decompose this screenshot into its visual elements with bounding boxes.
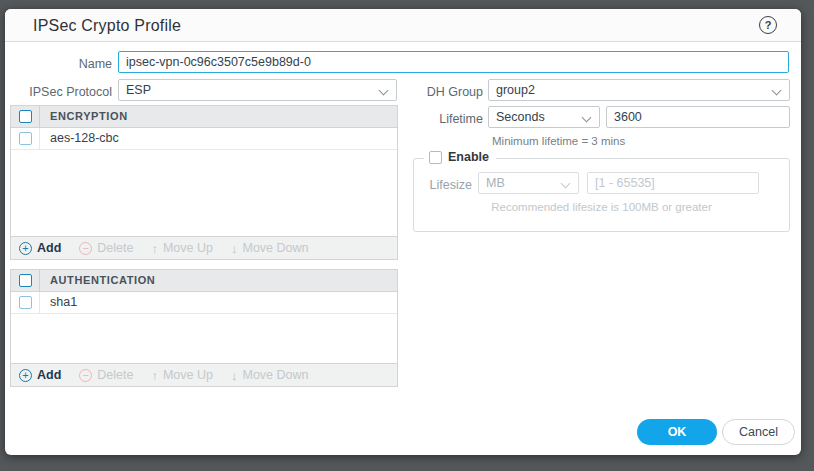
move-up-icon: ↑ xyxy=(151,368,158,383)
move-down-button-label: Move Down xyxy=(242,368,308,382)
add-button-label: Add xyxy=(37,368,61,382)
authentication-table-header: AUTHENTICATION xyxy=(11,270,397,292)
dh-group-label: DH Group xyxy=(375,81,483,103)
lifetime-hint: Minimum lifetime = 3 mins xyxy=(492,135,625,147)
move-up-button: ↑ Move Up xyxy=(151,368,213,383)
dialog-title: IPSec Crypto Profile xyxy=(33,9,181,42)
help-icon[interactable]: ? xyxy=(759,16,777,34)
lifesize-unit-select: MB xyxy=(478,172,579,194)
move-up-icon: ↑ xyxy=(151,241,158,256)
authentication-table: AUTHENTICATION sha1 + Add − Delete xyxy=(10,269,398,387)
encryption-row-label: aes-128-cbc xyxy=(40,128,119,149)
ipsec-protocol-value: ESP xyxy=(126,83,151,97)
encryption-table-empty-area xyxy=(11,150,397,236)
add-button[interactable]: + Add xyxy=(19,368,61,382)
chevron-down-icon xyxy=(582,113,592,123)
enable-legend: Enable xyxy=(424,150,496,164)
ipsec-protocol-label: IPSec Protocol xyxy=(5,81,112,103)
move-down-icon: ↓ xyxy=(231,241,238,256)
lifesize-hint: Recommended lifesize is 100MB or greater xyxy=(413,201,790,213)
row-checkbox[interactable] xyxy=(19,296,32,309)
move-down-button: ↓ Move Down xyxy=(231,241,309,256)
row-checkbox-cell xyxy=(11,128,40,149)
add-icon: + xyxy=(19,369,32,382)
dh-group-select[interactable]: group2 xyxy=(488,79,790,101)
chevron-down-icon xyxy=(561,179,571,189)
lifetime-unit-value: Seconds xyxy=(496,110,545,124)
table-row[interactable]: aes-128-cbc xyxy=(11,128,397,150)
move-down-icon: ↓ xyxy=(231,368,238,383)
ipsec-protocol-select[interactable]: ESP xyxy=(118,79,397,101)
authentication-row-label: sha1 xyxy=(40,292,77,313)
delete-button: − Delete xyxy=(79,241,133,255)
move-up-button-label: Move Up xyxy=(163,368,213,382)
name-input[interactable] xyxy=(118,51,789,73)
encryption-select-all-checkbox[interactable] xyxy=(19,110,32,123)
add-button-label: Add xyxy=(37,241,61,255)
move-up-button: ↑ Move Up xyxy=(151,241,213,256)
authentication-toolbar: + Add − Delete ↑ Move Up ↓ Move Down xyxy=(11,363,397,386)
encryption-table: ENCRYPTION aes-128-cbc + Add − Delete xyxy=(10,105,398,260)
delete-icon: − xyxy=(79,369,92,382)
enable-label: Enable xyxy=(448,150,489,164)
lifesize-unit-value: MB xyxy=(486,176,505,190)
chevron-down-icon xyxy=(772,86,782,96)
ok-button[interactable]: OK xyxy=(637,419,717,445)
ipsec-crypto-profile-dialog: IPSec Crypto Profile ? Name IPSec Protoc… xyxy=(5,9,801,455)
add-button[interactable]: + Add xyxy=(19,241,61,255)
lifetime-value-input[interactable] xyxy=(606,106,790,128)
row-checkbox-cell xyxy=(11,292,40,313)
delete-button-label: Delete xyxy=(97,368,133,382)
authentication-select-all-cell xyxy=(11,270,40,291)
lifetime-unit-select[interactable]: Seconds xyxy=(488,106,600,128)
dialog-header: IPSec Crypto Profile ? xyxy=(5,9,801,42)
encryption-table-header: ENCRYPTION xyxy=(11,106,397,128)
move-up-button-label: Move Up xyxy=(163,241,213,255)
table-row[interactable]: sha1 xyxy=(11,292,397,314)
enable-checkbox[interactable] xyxy=(429,151,442,164)
dh-group-value: group2 xyxy=(496,83,535,97)
delete-icon: − xyxy=(79,242,92,255)
encryption-toolbar: + Add − Delete ↑ Move Up ↓ Move Down xyxy=(11,236,397,259)
encryption-column-header: ENCRYPTION xyxy=(40,106,128,127)
authentication-table-empty-area xyxy=(11,314,397,363)
add-icon: + xyxy=(19,242,32,255)
authentication-column-header: AUTHENTICATION xyxy=(40,270,155,291)
cancel-button[interactable]: Cancel xyxy=(722,419,795,445)
row-checkbox[interactable] xyxy=(19,132,32,145)
delete-button: − Delete xyxy=(79,368,133,382)
authentication-select-all-checkbox[interactable] xyxy=(19,274,32,287)
move-down-button-label: Move Down xyxy=(242,241,308,255)
move-down-button: ↓ Move Down xyxy=(231,368,309,383)
name-label: Name xyxy=(5,53,112,75)
modal-backdrop: IPSec Crypto Profile ? Name IPSec Protoc… xyxy=(0,0,814,471)
delete-button-label: Delete xyxy=(97,241,133,255)
encryption-select-all-cell xyxy=(11,106,40,127)
lifesize-value-input xyxy=(587,172,759,194)
